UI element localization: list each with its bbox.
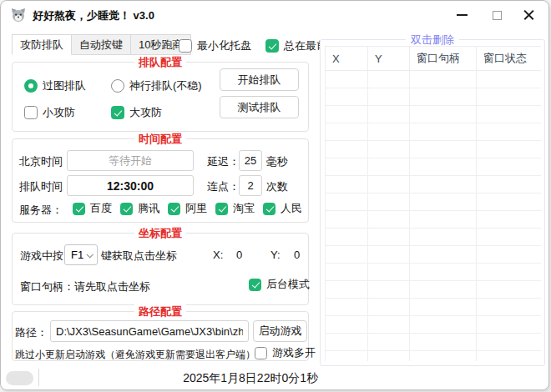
table-row[interactable] [326,351,542,362]
table-row[interactable] [326,88,542,106]
server-taobao-checkbox[interactable]: 淘宝 [215,201,255,216]
table-row[interactable] [326,316,542,334]
delay-field[interactable] [239,150,262,171]
click-count-field[interactable] [239,175,262,196]
hotkey-prefix-label: 游戏中按 [20,249,63,264]
checkbox-icon[interactable] [215,203,228,215]
server-renmin-label: 人民 [281,201,302,216]
minimize-to-tray-label: 最小化托盘 [197,38,251,53]
table-row[interactable] [326,334,542,351]
small-attack-checkbox[interactable]: 小攻防 [24,105,75,120]
close-button[interactable] [515,6,542,24]
coord-y-label: Y: [270,249,281,261]
table-row[interactable] [326,193,542,211]
server-tencent-label: 腾讯 [138,201,159,216]
app-window: 好好熬夜，少睡觉！ v3.0 攻防排队 自动按键 10秒跑商 最小化托盘 总在最… [0,0,549,390]
big-attack-checkbox[interactable]: 大攻防 [111,105,162,120]
server-renmin-checkbox[interactable]: 人民 [263,201,302,216]
maximize-button[interactable] [483,6,510,24]
shenxing-queue-label: 神行排队(不稳) [129,78,202,93]
background-mode-label: 后台模式 [266,277,310,292]
path-config-title: 路径配置 [134,304,186,319]
checkbox-icon[interactable] [255,347,267,359]
column-header-window-status: 窗口状态 [477,47,542,71]
table-row[interactable] [326,71,542,88]
launch-game-button[interactable]: 启动游戏 [253,320,307,342]
checkbox-icon[interactable] [24,106,38,119]
table-row[interactable] [326,281,542,299]
hotkey-value: F1 [71,249,83,261]
checkbox-icon[interactable] [120,203,133,215]
multi-open-checkbox[interactable]: 游戏多开 [255,345,316,360]
column-header-x: X [326,47,368,71]
background-mode-checkbox[interactable]: 后台模式 [249,277,310,292]
coord-x-value: 0 [236,249,242,261]
table-row[interactable] [326,176,542,193]
table-row[interactable] [326,123,542,141]
minimize-to-tray-checkbox[interactable]: 最小化托盘 [179,38,251,53]
big-attack-label: 大攻防 [129,105,162,120]
maximize-icon [493,11,502,20]
map-queue-radio[interactable]: 过图排队 [24,78,86,93]
tab-bar: 攻防排队 自动按键 10秒跑商 [12,34,191,55]
game-path-field[interactable] [50,320,249,342]
checkbox-icon[interactable] [73,203,85,215]
server-ali-label: 阿里 [185,201,207,216]
server-ali-checkbox[interactable]: 阿里 [168,201,207,216]
queue-config-title: 排队配置 [134,55,186,70]
table-row[interactable] [326,211,542,229]
app-icon [11,8,26,23]
column-header-window-handle: 窗口句柄 [410,47,477,71]
window-title: 好好熬夜，少睡觉！ v3.0 [33,8,154,23]
checkbox-icon[interactable] [111,106,124,119]
minimize-icon [457,14,468,16]
click-unit-label: 次数 [266,179,288,194]
table-row[interactable] [326,229,542,246]
test-queue-button[interactable]: 测试排队 [220,96,299,118]
checkbox-icon[interactable] [263,203,276,215]
server-tencent-checkbox[interactable]: 腾讯 [120,201,159,216]
always-on-top-checkbox[interactable]: 总在最前 [265,38,327,53]
handle-table-wrap[interactable]: X Y 窗口句柄 窗口状态 [325,46,541,361]
start-queue-button[interactable]: 开始排队 [220,68,299,91]
checkbox-icon[interactable] [265,39,279,53]
delay-unit-label: 毫秒 [266,154,288,169]
titlebar[interactable]: 好好熬夜，少睡觉！ v3.0 [1,1,548,29]
delay-label: 延迟： [207,154,240,169]
table-row[interactable] [326,264,542,281]
path-config-group: 路径配置 路径： 启动游戏 跳过小更新启动游戏（避免游戏更新需要退出客户端） 游… [12,311,309,361]
time-config-title: 时间配置 [134,132,186,147]
shenxing-queue-radio[interactable]: 神行排队(不稳) [111,78,202,93]
minimize-button[interactable] [448,6,475,24]
hotkey-select[interactable]: F1 [64,244,98,265]
tab-auto-key[interactable]: 自动按键 [72,34,131,55]
click-count-label: 连点： [207,179,240,194]
checkbox-icon[interactable] [168,203,180,215]
beijing-time-field[interactable] [67,150,194,171]
hotkey-suffix-label: 键获取点击坐标 [101,249,177,264]
multi-open-label: 游戏多开 [272,345,316,360]
coord-y-value: 0 [294,249,300,261]
radio-icon[interactable] [111,79,124,93]
queue-config-group: 排队配置 过图排队 神行排队(不稳) 小攻防 大攻防 开始排队 测试排队 [12,62,309,132]
window-handle-hint: 窗口句柄：请先取点击坐标 [20,279,150,294]
checkbox-icon[interactable] [249,279,261,291]
column-header-y: Y [368,47,410,71]
table-row[interactable] [326,158,542,176]
radio-icon[interactable] [24,79,38,93]
table-row[interactable] [326,141,542,158]
queue-time-field[interactable] [67,175,194,196]
table-row[interactable] [326,299,542,316]
table-header-row: X Y 窗口句柄 窗口状态 [326,47,542,71]
map-queue-label: 过图排队 [43,78,86,93]
skip-update-note: 跳过小更新启动游戏（避免游戏更新需要退出客户端） [15,348,255,362]
status-divider [38,369,39,386]
table-row[interactable] [326,106,542,123]
table-row[interactable] [326,246,542,264]
server-label: 服务器： [19,203,63,218]
tab-attack-defense-queue[interactable]: 攻防排队 [12,34,72,55]
checkbox-icon[interactable] [179,39,192,53]
server-baidu-checkbox[interactable]: 百度 [73,201,112,216]
path-label: 路径： [15,325,48,340]
topbar-options: 最小化托盘 总在最前 [179,38,327,53]
